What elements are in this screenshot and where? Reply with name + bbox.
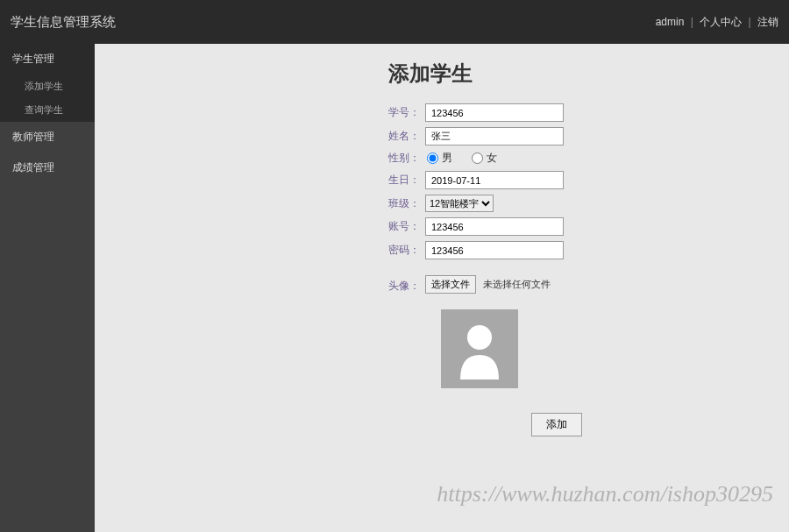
radio-group-gender: 男 女 [425,151,511,166]
input-name[interactable] [425,127,564,145]
label-gender: 性别： [388,151,425,166]
row-student-id: 学号： [388,103,789,122]
main-content: 添加学生 学号： 姓名： 性别： 男 女 生日： 班级： 12智能楼宇1 [95,44,789,532]
separator: | [749,16,751,28]
sidebar-item-grade[interactable]: 成绩管理 [0,153,95,183]
label-male: 男 [442,151,452,166]
row-gender: 性别： 男 女 [388,151,789,166]
container: 学生管理 添加学生 查询学生 教师管理 成绩管理 添加学生 学号： 姓名： 性别… [0,44,789,532]
header-user-area: admin | 个人中心 | 注销 [656,15,778,30]
label-password: 密码： [388,243,425,258]
sidebar-subitem-query-student[interactable]: 查询学生 [0,98,95,122]
avatar-preview [441,309,518,388]
logout-link[interactable]: 注销 [757,16,778,28]
label-name: 姓名： [388,129,425,144]
label-female: 女 [487,151,497,166]
sidebar-item-student[interactable]: 学生管理 [0,44,95,74]
radio-female[interactable] [472,153,483,164]
label-avatar: 头像： [388,275,425,294]
row-account: 账号： [388,217,789,236]
app-title: 学生信息管理系统 [11,14,116,31]
input-student-id[interactable] [425,103,564,122]
row-name: 姓名： [388,127,789,145]
sidebar: 学生管理 添加学生 查询学生 教师管理 成绩管理 [0,44,95,532]
input-birthday[interactable] [425,171,564,189]
row-birthday: 生日： [388,171,789,189]
label-class: 班级： [388,196,425,211]
label-birthday: 生日： [388,173,425,188]
input-account[interactable] [425,217,564,236]
sidebar-item-teacher[interactable]: 教师管理 [0,122,95,153]
row-password: 密码： [388,241,789,259]
submit-row: 添加 [531,413,789,436]
profile-link[interactable]: 个人中心 [700,16,742,28]
submit-button[interactable]: 添加 [531,413,582,436]
separator: | [691,16,693,28]
label-account: 账号： [388,219,425,234]
header: 学生信息管理系统 admin | 个人中心 | 注销 [0,0,789,44]
file-status: 未选择任何文件 [483,279,551,289]
choose-file-button[interactable]: 选择文件 [425,275,476,294]
page-title: 添加学生 [388,60,789,88]
row-class: 班级： 12智能楼宇1班 [388,195,789,212]
svg-point-0 [467,325,492,350]
watermark: https://www.huzhan.com/ishop30295 [437,481,773,507]
radio-male[interactable] [427,153,438,164]
select-class[interactable]: 12智能楼宇1班 [425,195,494,212]
file-control: 选择文件 未选择任何文件 [425,275,551,294]
row-avatar: 头像： 选择文件 未选择任何文件 [388,275,789,294]
sidebar-subitem-add-student[interactable]: 添加学生 [0,74,95,98]
avatar-placeholder-icon [453,318,506,379]
label-student-id: 学号： [388,105,425,120]
user-name[interactable]: admin [656,16,685,28]
input-password[interactable] [425,241,564,259]
